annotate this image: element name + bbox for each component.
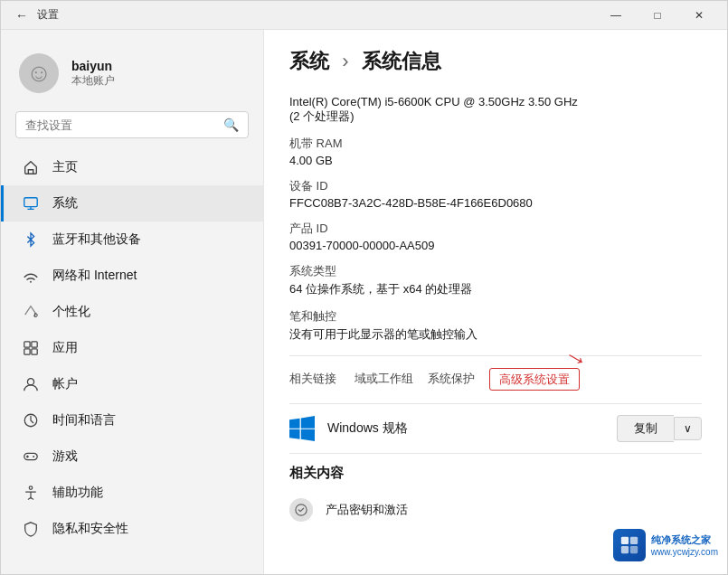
title-bar: ← 设置 — □ ✕ (1, 1, 727, 30)
gaming-label: 游戏 (52, 448, 78, 465)
search-box[interactable]: 🔍 (15, 111, 249, 138)
pen-value: 没有可用于此显示器的笔或触控输入 (289, 326, 702, 343)
network-icon (22, 267, 40, 285)
svg-rect-3 (32, 342, 37, 347)
sidebar-item-accounts[interactable]: 帐户 (1, 366, 263, 402)
windows-spec-row: Windows 规格 复制 ∨ (289, 403, 702, 454)
content-area: 系统 › 系统信息 Intel(R) Core(TM) i5-6600K CPU… (263, 30, 727, 574)
apps-icon (22, 339, 40, 357)
sidebar-item-personalization[interactable]: 个性化 (1, 294, 263, 330)
svg-point-1 (30, 281, 32, 283)
svg-rect-2 (24, 342, 30, 347)
sidebar-item-apps[interactable]: 应用 (1, 330, 263, 366)
breadcrumb: 系统 › 系统信息 (289, 50, 441, 72)
product-id-value: 00391-70000-00000-AA509 (289, 239, 702, 252)
paint-icon (22, 303, 40, 321)
breadcrumb-parent: 系统 (289, 50, 329, 72)
product-id-label: 产品 ID (289, 221, 702, 237)
svg-point-11 (29, 486, 33, 490)
cpu-info-row: Intel(R) Core(TM) i5-6600K CPU @ 3.50GHz… (289, 90, 702, 130)
pen-label: 笔和触控 (289, 308, 702, 325)
accounts-icon (22, 375, 40, 393)
close-button[interactable]: ✕ (678, 1, 720, 30)
sidebar-item-bluetooth[interactable]: 蓝牙和其他设备 (1, 222, 263, 258)
search-icon: 🔍 (223, 118, 239, 132)
sidebar-item-home[interactable]: 主页 (1, 149, 263, 185)
bluetooth-label: 蓝牙和其他设备 (52, 231, 141, 248)
svg-rect-4 (24, 349, 30, 354)
system-type-value: 64 位操作系统，基于 x64 的处理器 (289, 281, 702, 297)
search-input[interactable] (25, 118, 216, 132)
svg-point-10 (33, 457, 34, 457)
network-label: 网络和 Internet (52, 268, 137, 284)
svg-point-12 (296, 504, 307, 515)
windows-logo-icon (289, 416, 315, 441)
content-body: Intel(R) Core(TM) i5-6600K CPU @ 3.50GHz… (264, 90, 727, 529)
avatar: ☺ (19, 53, 59, 93)
clock-icon (22, 411, 40, 429)
expand-button[interactable]: ∨ (674, 417, 702, 440)
watermark: 纯净系统之家 www.ycwjzy.com (613, 529, 718, 561)
watermark-logo-icon (613, 529, 646, 561)
sidebar-item-network[interactable]: 网络和 Internet (1, 258, 263, 294)
content-scroll[interactable]: Intel(R) Core(TM) i5-6600K CPU @ 3.50GHz… (264, 90, 727, 574)
svg-rect-13 (621, 537, 629, 544)
ram-label: 机带 RAM (289, 136, 702, 152)
user-type: 本地账户 (71, 73, 115, 89)
device-id-value: FFCC08B7-3A2C-428D-B58E-4F166E6D0680 (289, 196, 702, 210)
related-content-section: 相关内容 产品密钥和激活 (289, 454, 702, 529)
user-avatar-icon: ☺ (26, 59, 52, 88)
device-id-label: 设备 ID (289, 178, 702, 194)
accounts-label: 帐户 (52, 376, 78, 392)
system-icon (22, 194, 40, 212)
windows-spec-actions: 复制 ∨ (617, 415, 702, 442)
system-info-section: Intel(R) Core(TM) i5-6600K CPU @ 3.50GHz… (289, 90, 702, 348)
maximize-button[interactable]: □ (637, 1, 678, 30)
system-type-label: 系统类型 (289, 263, 702, 279)
domain-link[interactable]: 域或工作组 (355, 367, 413, 391)
activation-icon (289, 498, 313, 522)
page-header: 系统 › 系统信息 (264, 30, 727, 90)
user-profile[interactable]: ☺ baiyun 本地账户 (1, 39, 263, 108)
related-content-title: 相关内容 (289, 465, 702, 482)
apps-label: 应用 (52, 340, 78, 356)
related-links-bar: 相关链接 域或工作组 系统保护 → 高级系统设置 (289, 355, 702, 400)
sidebar: ☺ baiyun 本地账户 🔍 主 (1, 30, 263, 574)
time-label: 时间和语言 (52, 412, 116, 429)
system-label: 系统 (52, 195, 78, 212)
pen-row: 笔和触控 没有可用于此显示器的笔或触控输入 (289, 303, 702, 348)
svg-rect-0 (24, 198, 37, 207)
personalization-label: 个性化 (52, 304, 90, 320)
svg-rect-16 (630, 546, 638, 553)
advanced-system-settings-link[interactable]: 高级系统设置 (489, 368, 580, 391)
back-button[interactable]: ← (15, 8, 28, 23)
product-id-row: 产品 ID 00391-70000-00000-AA509 (289, 215, 702, 258)
svg-rect-15 (621, 546, 629, 553)
activation-item[interactable]: 产品密钥和激活 (289, 491, 702, 529)
home-label: 主页 (52, 159, 78, 175)
protection-link[interactable]: 系统保护 (428, 367, 475, 391)
sidebar-item-accessibility[interactable]: 辅助功能 (1, 475, 263, 511)
windows-spec-label: Windows 规格 (327, 420, 604, 437)
device-id-row: 设备 ID FFCC08B7-3A2C-428D-B58E-4F166E6D06… (289, 173, 702, 215)
sidebar-item-gaming[interactable]: 游戏 (1, 438, 263, 475)
system-type-row: 系统类型 64 位操作系统，基于 x64 的处理器 (289, 258, 702, 303)
svg-rect-5 (32, 349, 37, 354)
cpu-value: Intel(R) Core(TM) i5-6600K CPU @ 3.50GHz… (289, 95, 702, 125)
ram-row: 机带 RAM 4.00 GB (289, 130, 702, 173)
breadcrumb-separator: › (342, 50, 354, 72)
sidebar-item-system[interactable]: 系统 (1, 185, 263, 222)
svg-point-6 (27, 379, 33, 385)
sidebar-item-privacy[interactable]: 隐私和安全性 (1, 511, 263, 547)
sidebar-item-time[interactable]: 时间和语言 (1, 402, 263, 438)
shield-icon (22, 520, 40, 538)
accessibility-label: 辅助功能 (52, 485, 103, 501)
watermark-text: 纯净系统之家 www.ycwjzy.com (651, 533, 718, 557)
window-controls: — □ ✕ (595, 1, 720, 30)
bluetooth-icon (22, 231, 40, 249)
minimize-button[interactable]: — (595, 1, 637, 30)
accessibility-icon (22, 484, 40, 502)
breadcrumb-current: 系统信息 (362, 50, 441, 72)
copy-button[interactable]: 复制 (617, 415, 674, 442)
gamepad-icon (22, 448, 40, 466)
